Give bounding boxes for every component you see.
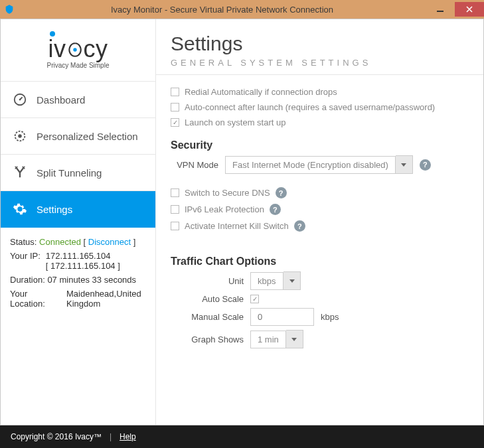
- svg-point-1: [73, 48, 76, 51]
- checkbox-ipv6-label: IPv6 Leak Protection: [185, 204, 264, 214]
- titlebar: Ivacy Monitor - Secure Virtual Private N…: [0, 0, 484, 19]
- sidebar-item-personalized[interactable]: Personalized Selection: [1, 118, 155, 155]
- location-label: Your Location:: [10, 289, 60, 309]
- duration-label: Duration:: [10, 275, 45, 285]
- sidebar-item-label: Settings: [37, 204, 72, 215]
- app-icon: [4, 4, 15, 15]
- target-icon: [13, 129, 27, 143]
- page-subtitle: GENERAL SYSTEM SETTINGS: [171, 58, 469, 68]
- main-panel: Settings GENERAL SYSTEM SETTINGS Redial …: [156, 19, 483, 425]
- sidebar: ivcy Privacy Made Simple Dashboard Perso…: [1, 19, 156, 425]
- ip-value-1: 172.111.165.104: [46, 251, 120, 261]
- help-icon[interactable]: ?: [276, 187, 287, 198]
- checkbox-killswitch[interactable]: [171, 222, 179, 230]
- checkbox-redial-label: Redial Automatically if connection drops: [185, 87, 337, 97]
- checkbox-secure-dns-label: Switch to Secure DNS: [185, 188, 270, 198]
- graph-shows-value: 1 min: [250, 331, 286, 348]
- autoscale-label: Auto Scale: [171, 294, 244, 304]
- svg-rect-0: [437, 11, 444, 12]
- checkbox-autoconnect[interactable]: [171, 103, 179, 112]
- manual-scale-input[interactable]: [250, 308, 314, 326]
- checkbox-launch-startup-label: Launch on system start up: [185, 117, 285, 127]
- disconnect-link[interactable]: Disconnect: [88, 237, 131, 247]
- checkbox-launch-startup[interactable]: [171, 118, 179, 127]
- chevron-down-icon[interactable]: [286, 330, 303, 348]
- location-value: Maidenhead,United Kingdom: [66, 289, 146, 309]
- unit-value: kbps: [250, 272, 283, 290]
- graph-shows-label: Graph Shows: [171, 335, 244, 344]
- sidebar-item-split-tunneling[interactable]: Split Tunneling: [1, 155, 155, 191]
- checkbox-killswitch-label: Activate Internet Kill Switch: [185, 221, 289, 231]
- checkbox-secure-dns[interactable]: [171, 188, 179, 197]
- logo: ivcy Privacy Made Simple: [1, 19, 155, 82]
- checkbox-autoconnect-label: Auto-connect after launch (requires a sa…: [185, 102, 435, 112]
- sidebar-item-label: Dashboard: [37, 94, 85, 106]
- help-icon[interactable]: ?: [294, 220, 305, 232]
- checkbox-ipv6[interactable]: [171, 205, 179, 214]
- footer-help-link[interactable]: Help: [120, 432, 136, 441]
- sidebar-item-settings[interactable]: Settings: [1, 191, 155, 228]
- manual-scale-unit: kbps: [321, 312, 339, 322]
- unit-select[interactable]: kbps: [250, 271, 301, 290]
- window-title: Ivacy Monitor - Secure Virtual Private N…: [19, 5, 426, 15]
- logo-tagline: Privacy Made Simple: [1, 62, 155, 69]
- app-window: Ivacy Monitor - Secure Virtual Private N…: [0, 0, 484, 448]
- sidebar-item-label: Personalized Selection: [37, 131, 138, 142]
- ip-label: Your IP:: [10, 251, 40, 271]
- traffic-heading: Traffic Chart Options: [171, 256, 469, 267]
- duration-value: 07 minutes 33 seconds: [47, 275, 136, 285]
- chevron-down-icon[interactable]: [283, 271, 301, 290]
- vpn-mode-label: VPN Mode: [171, 160, 218, 170]
- manual-scale-label: Manual Scale: [171, 312, 244, 322]
- status-panel: Status: Connected [ Disconnect ] Your IP…: [1, 228, 155, 322]
- footer: Copyright © 2016 Ivacy™ | Help: [0, 425, 484, 448]
- checkbox-autoscale[interactable]: [250, 295, 259, 303]
- help-icon[interactable]: ?: [420, 159, 431, 171]
- minimize-button[interactable]: [426, 2, 455, 17]
- checkbox-redial[interactable]: [171, 88, 179, 96]
- split-icon: [13, 165, 27, 180]
- unit-label: Unit: [171, 276, 244, 286]
- dashboard-icon: [13, 92, 27, 107]
- footer-copyright: Copyright © 2016 Ivacy™: [11, 432, 102, 441]
- page-title: Settings: [171, 33, 469, 55]
- security-heading: Security: [171, 139, 469, 151]
- svg-point-3: [19, 99, 21, 101]
- vpn-mode-value: Fast Internet Mode (Encryption disabled): [225, 156, 396, 174]
- chevron-down-icon[interactable]: [396, 155, 413, 174]
- status-label: Status:: [10, 237, 37, 247]
- status-value: Connected: [39, 237, 81, 247]
- close-button[interactable]: [455, 2, 484, 17]
- svg-point-5: [18, 134, 22, 138]
- ip-value-2: [ 172.111.165.104 ]: [46, 261, 120, 271]
- graph-shows-select[interactable]: 1 min: [250, 330, 303, 348]
- sidebar-item-dashboard[interactable]: Dashboard: [1, 82, 155, 118]
- vpn-mode-select[interactable]: Fast Internet Mode (Encryption disabled): [225, 155, 413, 174]
- sidebar-item-label: Split Tunneling: [37, 167, 102, 179]
- gear-icon: [13, 202, 27, 216]
- help-icon[interactable]: ?: [270, 204, 281, 215]
